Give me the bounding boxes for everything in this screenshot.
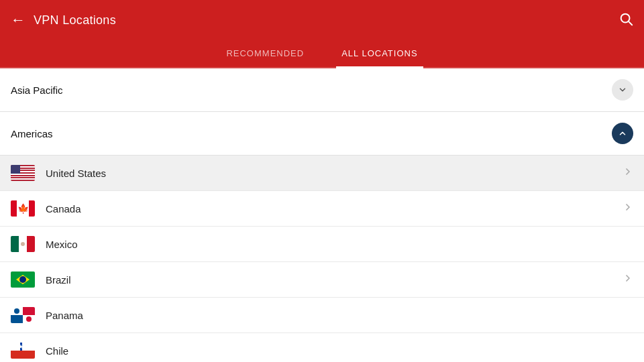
page-title: VPN Locations: [34, 13, 116, 27]
country-name-us: United States: [46, 168, 623, 179]
back-icon[interactable]: ←: [11, 13, 25, 27]
search-icon[interactable]: [619, 11, 633, 29]
tab-bar: RECOMMENDED ALL LOCATIONS: [0, 40, 644, 68]
country-item-ca[interactable]: 🍁 Canada: [0, 191, 644, 227]
flag-mx: [11, 236, 35, 252]
asia-pacific-toggle-icon[interactable]: [612, 79, 633, 101]
flag-ca: 🍁: [11, 200, 35, 217]
country-item-us[interactable]: United States: [0, 156, 644, 191]
chevron-right-us: [623, 166, 633, 180]
svg-point-2: [21, 242, 25, 246]
country-item-br[interactable]: Brazil: [0, 262, 644, 298]
country-item-mx[interactable]: Mexico: [0, 227, 644, 262]
country-item-cl[interactable]: ★ Chile: [0, 333, 644, 362]
content-area: Asia Pacific Americas United States 🍁: [0, 68, 644, 362]
country-name-br: Brazil: [46, 274, 623, 286]
country-name-pa: Panama: [46, 310, 633, 321]
section-americas-title: Americas: [11, 128, 53, 139]
tab-all-locations[interactable]: ALL LOCATIONS: [336, 40, 423, 68]
section-asia-pacific[interactable]: Asia Pacific: [0, 68, 644, 112]
country-item-pa[interactable]: Panama: [0, 298, 644, 333]
americas-toggle-icon[interactable]: [612, 123, 633, 144]
section-americas[interactable]: Americas: [0, 112, 644, 156]
header-left: ← VPN Locations: [11, 13, 116, 27]
country-name-cl: Chile: [46, 345, 633, 357]
flag-cl: ★: [11, 343, 35, 359]
country-name-ca: Canada: [46, 203, 623, 215]
country-name-mx: Mexico: [46, 239, 633, 250]
chevron-right-br: [623, 273, 633, 286]
flag-pa: [11, 307, 35, 323]
section-asia-pacific-title: Asia Pacific: [11, 84, 63, 96]
svg-line-1: [629, 21, 632, 25]
flag-br: [11, 272, 35, 288]
app-header: ← VPN Locations: [0, 0, 644, 40]
flag-us: [11, 165, 35, 181]
chevron-right-ca: [623, 202, 633, 215]
tab-recommended[interactable]: RECOMMENDED: [221, 40, 309, 68]
